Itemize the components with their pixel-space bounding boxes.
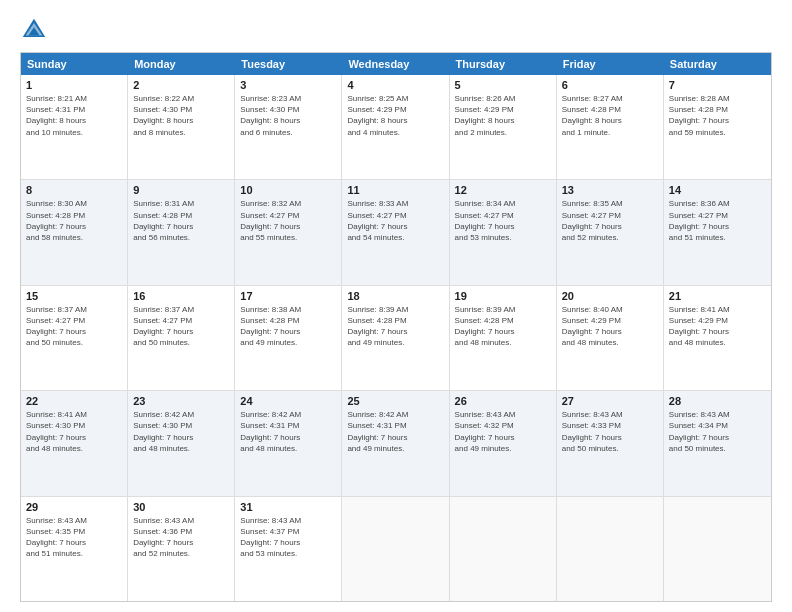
day-cell-24: 24Sunrise: 8:42 AM Sunset: 4:31 PM Dayli… [235, 391, 342, 495]
day-cell-22: 22Sunrise: 8:41 AM Sunset: 4:30 PM Dayli… [21, 391, 128, 495]
day-cell-15: 15Sunrise: 8:37 AM Sunset: 4:27 PM Dayli… [21, 286, 128, 390]
day-cell-30: 30Sunrise: 8:43 AM Sunset: 4:36 PM Dayli… [128, 497, 235, 601]
day-info: Sunrise: 8:38 AM Sunset: 4:28 PM Dayligh… [240, 304, 336, 349]
day-cell-2: 2Sunrise: 8:22 AM Sunset: 4:30 PM Daylig… [128, 75, 235, 179]
day-number: 10 [240, 184, 336, 196]
day-cell-7: 7Sunrise: 8:28 AM Sunset: 4:28 PM Daylig… [664, 75, 771, 179]
day-number: 12 [455, 184, 551, 196]
day-info: Sunrise: 8:25 AM Sunset: 4:29 PM Dayligh… [347, 93, 443, 138]
day-number: 8 [26, 184, 122, 196]
day-info: Sunrise: 8:37 AM Sunset: 4:27 PM Dayligh… [133, 304, 229, 349]
day-info: Sunrise: 8:27 AM Sunset: 4:28 PM Dayligh… [562, 93, 658, 138]
logo [20, 16, 52, 44]
day-info: Sunrise: 8:41 AM Sunset: 4:29 PM Dayligh… [669, 304, 766, 349]
day-cell-8: 8Sunrise: 8:30 AM Sunset: 4:28 PM Daylig… [21, 180, 128, 284]
day-number: 25 [347, 395, 443, 407]
day-cell-28: 28Sunrise: 8:43 AM Sunset: 4:34 PM Dayli… [664, 391, 771, 495]
day-cell-3: 3Sunrise: 8:23 AM Sunset: 4:30 PM Daylig… [235, 75, 342, 179]
day-number: 5 [455, 79, 551, 91]
logo-icon [20, 16, 48, 44]
empty-cell [664, 497, 771, 601]
calendar-week-1: 1Sunrise: 8:21 AM Sunset: 4:31 PM Daylig… [21, 75, 771, 180]
day-number: 14 [669, 184, 766, 196]
day-cell-26: 26Sunrise: 8:43 AM Sunset: 4:32 PM Dayli… [450, 391, 557, 495]
day-number: 4 [347, 79, 443, 91]
day-info: Sunrise: 8:33 AM Sunset: 4:27 PM Dayligh… [347, 198, 443, 243]
day-cell-29: 29Sunrise: 8:43 AM Sunset: 4:35 PM Dayli… [21, 497, 128, 601]
day-number: 18 [347, 290, 443, 302]
day-info: Sunrise: 8:43 AM Sunset: 4:35 PM Dayligh… [26, 515, 122, 560]
day-info: Sunrise: 8:32 AM Sunset: 4:27 PM Dayligh… [240, 198, 336, 243]
header [20, 16, 772, 44]
day-info: Sunrise: 8:35 AM Sunset: 4:27 PM Dayligh… [562, 198, 658, 243]
day-number: 23 [133, 395, 229, 407]
day-cell-13: 13Sunrise: 8:35 AM Sunset: 4:27 PM Dayli… [557, 180, 664, 284]
day-info: Sunrise: 8:39 AM Sunset: 4:28 PM Dayligh… [455, 304, 551, 349]
day-info: Sunrise: 8:42 AM Sunset: 4:31 PM Dayligh… [347, 409, 443, 454]
header-day-saturday: Saturday [664, 53, 771, 75]
header-day-tuesday: Tuesday [235, 53, 342, 75]
empty-cell [450, 497, 557, 601]
day-info: Sunrise: 8:26 AM Sunset: 4:29 PM Dayligh… [455, 93, 551, 138]
day-cell-31: 31Sunrise: 8:43 AM Sunset: 4:37 PM Dayli… [235, 497, 342, 601]
day-number: 9 [133, 184, 229, 196]
day-info: Sunrise: 8:30 AM Sunset: 4:28 PM Dayligh… [26, 198, 122, 243]
day-number: 2 [133, 79, 229, 91]
day-info: Sunrise: 8:43 AM Sunset: 4:37 PM Dayligh… [240, 515, 336, 560]
day-cell-12: 12Sunrise: 8:34 AM Sunset: 4:27 PM Dayli… [450, 180, 557, 284]
header-day-friday: Friday [557, 53, 664, 75]
day-number: 24 [240, 395, 336, 407]
day-number: 11 [347, 184, 443, 196]
day-cell-14: 14Sunrise: 8:36 AM Sunset: 4:27 PM Dayli… [664, 180, 771, 284]
day-cell-20: 20Sunrise: 8:40 AM Sunset: 4:29 PM Dayli… [557, 286, 664, 390]
day-info: Sunrise: 8:36 AM Sunset: 4:27 PM Dayligh… [669, 198, 766, 243]
calendar-body: 1Sunrise: 8:21 AM Sunset: 4:31 PM Daylig… [21, 75, 771, 601]
header-day-thursday: Thursday [450, 53, 557, 75]
calendar: SundayMondayTuesdayWednesdayThursdayFrid… [20, 52, 772, 602]
day-cell-19: 19Sunrise: 8:39 AM Sunset: 4:28 PM Dayli… [450, 286, 557, 390]
day-info: Sunrise: 8:43 AM Sunset: 4:34 PM Dayligh… [669, 409, 766, 454]
day-number: 16 [133, 290, 229, 302]
day-number: 27 [562, 395, 658, 407]
empty-cell [342, 497, 449, 601]
calendar-week-2: 8Sunrise: 8:30 AM Sunset: 4:28 PM Daylig… [21, 180, 771, 285]
day-number: 7 [669, 79, 766, 91]
day-number: 20 [562, 290, 658, 302]
day-number: 6 [562, 79, 658, 91]
day-info: Sunrise: 8:34 AM Sunset: 4:27 PM Dayligh… [455, 198, 551, 243]
calendar-week-5: 29Sunrise: 8:43 AM Sunset: 4:35 PM Dayli… [21, 497, 771, 601]
day-info: Sunrise: 8:31 AM Sunset: 4:28 PM Dayligh… [133, 198, 229, 243]
day-cell-27: 27Sunrise: 8:43 AM Sunset: 4:33 PM Dayli… [557, 391, 664, 495]
day-cell-25: 25Sunrise: 8:42 AM Sunset: 4:31 PM Dayli… [342, 391, 449, 495]
day-number: 26 [455, 395, 551, 407]
day-cell-6: 6Sunrise: 8:27 AM Sunset: 4:28 PM Daylig… [557, 75, 664, 179]
day-cell-5: 5Sunrise: 8:26 AM Sunset: 4:29 PM Daylig… [450, 75, 557, 179]
day-number: 31 [240, 501, 336, 513]
day-cell-10: 10Sunrise: 8:32 AM Sunset: 4:27 PM Dayli… [235, 180, 342, 284]
header-day-sunday: Sunday [21, 53, 128, 75]
day-number: 28 [669, 395, 766, 407]
day-number: 30 [133, 501, 229, 513]
day-info: Sunrise: 8:23 AM Sunset: 4:30 PM Dayligh… [240, 93, 336, 138]
day-cell-21: 21Sunrise: 8:41 AM Sunset: 4:29 PM Dayli… [664, 286, 771, 390]
day-info: Sunrise: 8:28 AM Sunset: 4:28 PM Dayligh… [669, 93, 766, 138]
header-day-monday: Monday [128, 53, 235, 75]
day-cell-16: 16Sunrise: 8:37 AM Sunset: 4:27 PM Dayli… [128, 286, 235, 390]
day-cell-23: 23Sunrise: 8:42 AM Sunset: 4:30 PM Dayli… [128, 391, 235, 495]
day-cell-9: 9Sunrise: 8:31 AM Sunset: 4:28 PM Daylig… [128, 180, 235, 284]
day-cell-11: 11Sunrise: 8:33 AM Sunset: 4:27 PM Dayli… [342, 180, 449, 284]
day-info: Sunrise: 8:39 AM Sunset: 4:28 PM Dayligh… [347, 304, 443, 349]
day-cell-4: 4Sunrise: 8:25 AM Sunset: 4:29 PM Daylig… [342, 75, 449, 179]
day-info: Sunrise: 8:41 AM Sunset: 4:30 PM Dayligh… [26, 409, 122, 454]
day-cell-1: 1Sunrise: 8:21 AM Sunset: 4:31 PM Daylig… [21, 75, 128, 179]
day-info: Sunrise: 8:43 AM Sunset: 4:36 PM Dayligh… [133, 515, 229, 560]
calendar-week-3: 15Sunrise: 8:37 AM Sunset: 4:27 PM Dayli… [21, 286, 771, 391]
day-info: Sunrise: 8:42 AM Sunset: 4:30 PM Dayligh… [133, 409, 229, 454]
day-info: Sunrise: 8:21 AM Sunset: 4:31 PM Dayligh… [26, 93, 122, 138]
day-number: 22 [26, 395, 122, 407]
page: SundayMondayTuesdayWednesdayThursdayFrid… [0, 0, 792, 612]
calendar-header: SundayMondayTuesdayWednesdayThursdayFrid… [21, 53, 771, 75]
day-info: Sunrise: 8:43 AM Sunset: 4:33 PM Dayligh… [562, 409, 658, 454]
day-cell-18: 18Sunrise: 8:39 AM Sunset: 4:28 PM Dayli… [342, 286, 449, 390]
day-number: 3 [240, 79, 336, 91]
